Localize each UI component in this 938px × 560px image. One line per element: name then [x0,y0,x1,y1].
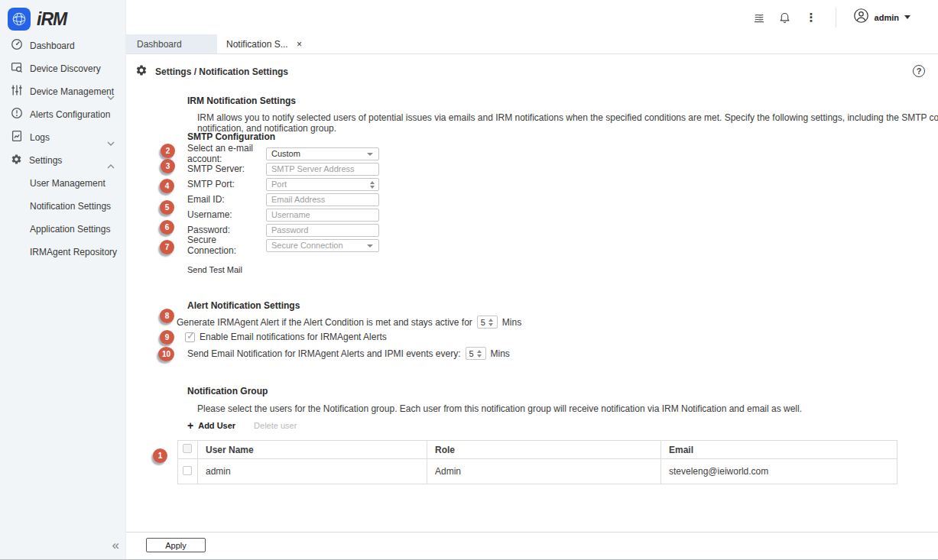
apply-button[interactable]: Apply [146,538,206,552]
add-user-button[interactable]: + Add User [187,419,235,432]
form-row: Select an e-mail account: Custom [187,146,379,161]
section-title-alert-notification-settings: Alert Notification Settings [187,300,300,311]
sidebar-item-label: Logs [30,132,50,143]
brand-name: iRM [37,9,67,30]
breadcrumb: Settings / Notification Settings [135,64,288,79]
help-icon[interactable]: ? [913,65,925,77]
field-label: Username: [187,209,266,220]
select-all-checkbox[interactable] [183,444,192,453]
sidebar-item-settings[interactable]: Settings [0,149,125,172]
callout-badge-9: 9 [160,330,174,345]
sidebar-item-irmagent-repository[interactable]: IRMAgent Repository [0,241,125,264]
settings-gear-icon [135,64,148,79]
close-tab-icon[interactable]: × [297,39,302,50]
spinner-arrows-icon[interactable] [477,350,482,358]
smtp-server-input[interactable] [271,163,374,175]
user-caret-icon [904,15,910,19]
spinner-arrows-icon[interactable] [370,181,375,189]
form-row: Username: [187,207,379,222]
sidebar-item-label: Device Management [30,86,114,97]
sidebar-item-user-management[interactable]: User Management [0,172,125,195]
chevron-down-icon [107,89,115,103]
sidebar-item-dashboard[interactable]: Dashboard [0,34,125,57]
username-label: admin [875,13,899,22]
username-input[interactable] [271,209,374,221]
settings-submenu: User Management Notification Settings Ap… [0,172,125,264]
tab-bar: Dashboard Notification S... × [126,34,938,54]
email-id-input[interactable] [271,194,374,206]
section-title-notification-group: Notification Group [187,386,268,397]
footer-bar: Apply [126,532,938,559]
sidebar-item-application-settings[interactable]: Application Settings [0,218,125,241]
more-options-icon[interactable]: ⋮ [804,11,819,24]
select-placeholder: Secure Connection [271,241,343,250]
smtp-port-input[interactable] [271,179,374,190]
field-label: Secure Connection: [187,235,266,256]
spinner-arrows-icon[interactable] [488,319,493,326]
callout-badge-10: 10 [158,347,174,361]
settings-gear-icon [11,154,22,168]
delete-user-button[interactable]: Delete user [254,421,297,430]
selected-value: Custom [271,149,300,158]
callout-badge-3: 3 [161,159,175,173]
email-interval-text: Send Email Notification for IRMAgent Ale… [187,348,461,359]
sidebar-collapse-icon[interactable]: « [112,538,118,553]
tab-label: Dashboard [137,39,182,50]
cell-email: steveleng@ieiworld.com [661,459,897,484]
smtp-port-stepper[interactable] [266,178,379,191]
notifications-bell-icon[interactable] [778,11,792,24]
row-checkbox[interactable] [183,466,192,475]
field-label: Select an e-mail account: [187,143,266,164]
tab-notification-settings[interactable]: Notification S... × [219,34,313,53]
sidebar-item-device-management[interactable]: Device Management [0,80,125,103]
callout-badge-1: 1 [153,448,167,463]
table-row[interactable]: admin Admin steveleng@ieiworld.com [178,459,897,484]
sidebar: iRM Dashboard Device [0,0,126,559]
enable-email-row: ✓ Enable Email notifications for IRMAgen… [185,332,387,342]
group-description: Please select the users for the Notifica… [197,403,938,414]
alert-minutes-stepper[interactable] [477,316,498,329]
plus-icon: + [187,419,193,432]
sidebar-subitem-label: Notification Settings [30,201,111,212]
sidebar-item-notification-settings[interactable]: Notification Settings [0,195,125,218]
email-account-select[interactable]: Custom [266,147,379,160]
callout-badge-7: 7 [160,240,174,254]
brand: iRM [0,0,125,32]
enable-email-label: Enable Email notifications for IRMAgent … [200,332,387,342]
enable-email-checkbox[interactable]: ✓ [185,332,195,342]
main-content: Settings / Notification Settings ? IRM N… [126,54,938,532]
send-test-mail-button[interactable]: Send Test Mail [187,265,242,274]
sidebar-subitem-label: User Management [30,178,105,189]
logs-icon [11,130,23,145]
section-title-smtp-configuration: SMTP Configuration [187,131,275,142]
password-input[interactable] [271,225,374,236]
tasks-icon[interactable] [752,11,766,24]
field-label: SMTP Port: [187,179,266,189]
device-management-icon [11,84,23,99]
form-row: SMTP Port: [187,176,379,192]
sidebar-nav: Dashboard Device Discovery [0,34,125,264]
sidebar-item-label: Device Discovery [30,63,101,74]
chevron-up-icon [107,158,115,172]
alert-condition-text: Generate IRMAgent Alert if the Alert Con… [177,317,472,328]
table-actions: + Add User Delete user [187,419,297,432]
field-label: Password: [187,225,266,235]
column-header-user-name: User Name [198,441,427,459]
sidebar-item-alerts-configuration[interactable]: Alerts Configuration [0,103,125,126]
cell-role: Admin [427,459,661,484]
form-row: SMTP Server: [187,161,379,176]
section-title-irm-notification-settings: IRM Notification Settings [187,95,296,106]
user-menu[interactable]: admin [853,8,910,27]
checkmark-icon: ✓ [187,330,195,342]
sidebar-item-device-discovery[interactable]: Device Discovery [0,57,125,80]
top-header: ⋮ admin [126,0,938,34]
sidebar-item-logs[interactable]: Logs [0,126,125,149]
column-header-role: Role [427,441,661,459]
sidebar-subitem-label: Application Settings [30,224,110,235]
tab-dashboard[interactable]: Dashboard [126,34,217,53]
secure-connection-select[interactable]: Secure Connection [266,239,379,252]
email-interval-stepper[interactable] [466,347,486,360]
chevron-down-icon [107,135,115,149]
column-header-email: Email [661,441,897,459]
alerts-icon [11,107,23,122]
